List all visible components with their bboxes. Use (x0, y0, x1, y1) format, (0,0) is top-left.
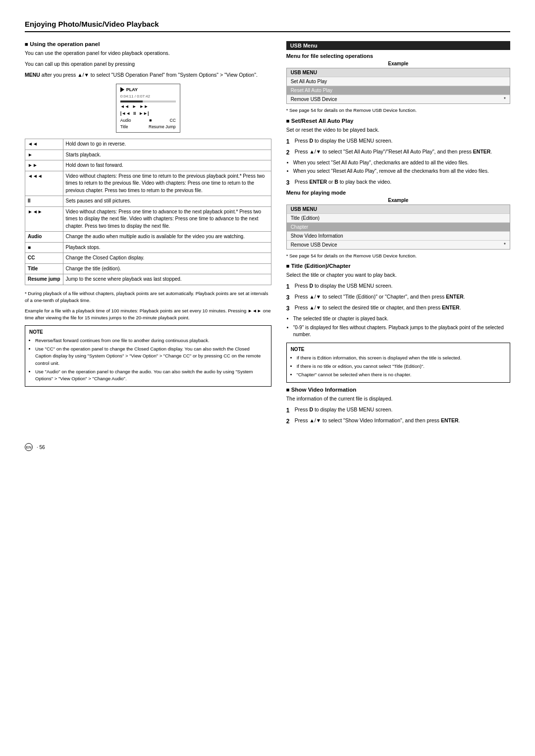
step-number: 1 (286, 282, 292, 291)
table-row: CCChange the Closed Caption display. (25, 253, 271, 264)
menu-row-text: Remove USB Device (291, 242, 337, 248)
control-desc: Sets pauses and still pictures. (63, 196, 271, 207)
file-menu-example: USB MENUSet All Auto PlayReset All Auto … (286, 68, 510, 104)
footnote-playing: * See page 54 for details on the Remove … (286, 252, 510, 259)
table-row: IISets pauses and still pictures. (25, 196, 271, 207)
play-btn[interactable]: ► (132, 104, 137, 109)
list-item: If there is Edition information, this sc… (297, 354, 506, 361)
list-item: When you select "Set All Auto Play", che… (293, 159, 510, 167)
set-reset-desc: Set or reset the video to be played back… (286, 126, 510, 134)
note-title-right: NOTE (291, 346, 506, 353)
control-symbol: Audio (25, 232, 63, 243)
list-item: "Chapter" cannot be selected when there … (297, 371, 506, 378)
step-number: 3 (286, 178, 292, 187)
list-item: Use "Audio" on the operation panel to ch… (35, 368, 267, 383)
play-icon (120, 87, 124, 92)
control-symbol: ►► (25, 160, 63, 171)
control-desc: Starts playback. (63, 150, 271, 160)
list-item: Use "CC" on the operation panel to chang… (35, 346, 267, 367)
menu-example-row: Show Video Information (287, 232, 510, 241)
control-symbol: ►◄► (25, 206, 63, 232)
step-text: Press D to display the USB MENU screen. (295, 282, 393, 291)
list-item: 3Press ▲/▼ to select the desired title o… (286, 304, 510, 313)
panel-time: 0:04:11 / 0:07:42 (120, 94, 176, 99)
panel-controls2: |◄◄ II ►►| (120, 111, 176, 116)
fastforward-btn[interactable]: ►► (140, 104, 149, 109)
table-row: Resume jumpJump to the scene where playb… (25, 274, 271, 285)
para3: MENU after you press ▲/▼ to select "USB … (25, 71, 271, 79)
list-item: 3Press ENTER or B to play back the video… (286, 178, 510, 187)
para3-rest: after you press ▲/▼ to select "USB Opera… (40, 72, 258, 78)
audio-label: Audio (120, 118, 131, 123)
stop-btn[interactable]: ■ (149, 118, 152, 123)
step-number: 2 (286, 148, 292, 157)
progress-bar (120, 101, 176, 102)
set-reset-step3: 3Press ENTER or B to play back the video… (286, 178, 510, 187)
footnote-controls: * During playback of a file without chap… (25, 290, 271, 304)
panel-title: PLAY (126, 87, 138, 92)
menu-example-row: USB MENU (287, 68, 510, 77)
note-box-left: NOTE Reverse/fast forward continues from… (25, 325, 271, 387)
file-example-label: Example (286, 61, 510, 66)
panel-header: PLAY (120, 87, 176, 92)
rewind-btn[interactable]: ◄◄ (120, 104, 129, 109)
control-desc: Change the title (edition). (63, 263, 271, 274)
table-row: TitleChange the title (edition). (25, 263, 271, 274)
table-row: ►►Hold down to fast forward. (25, 160, 271, 171)
left-column: Using the operation panel You can use th… (25, 41, 271, 428)
note-list-left: Reverse/fast forward continues from one … (29, 337, 267, 383)
control-desc: Change the audio when multiple audio is … (63, 232, 271, 243)
menu-example-row: Remove USB Device* (287, 95, 510, 103)
file-section-title: Menu for file selecting operations (286, 53, 510, 59)
control-symbol: II (25, 196, 63, 207)
footnote-example: Example for a file with a playback time … (25, 307, 271, 321)
controls-table: ◄◄Hold down to go in reverse.►Starts pla… (25, 139, 271, 285)
list-item: 3Press ▲/▼ to select "Title (Edition)" o… (286, 293, 510, 302)
table-row: ■Playback stops. (25, 242, 271, 253)
step-text: Press ▲/▼ to select "Set All Auto Play"/… (295, 148, 492, 157)
list-item: 1Press D to display the USB MENU screen. (286, 137, 510, 146)
step-number: 1 (286, 406, 292, 415)
playing-example-label: Example (286, 198, 510, 203)
list-item: 2Press ▲/▼ to select "Show Video Informa… (286, 417, 510, 426)
title-chapter-steps: 1Press D to display the USB MENU screen.… (286, 282, 510, 313)
control-desc: Playback stops. (63, 242, 271, 253)
step-number: 3 (286, 293, 292, 302)
control-symbol: ■ (25, 242, 63, 253)
note-title-left: NOTE (29, 328, 267, 336)
page-title: Enjoying Photo/Music/Video Playback (25, 20, 510, 32)
panel-controls: ◄◄ ► ►► (120, 104, 176, 109)
asterisk-mark: * (504, 242, 506, 248)
show-video-desc: The information of the current file is d… (286, 395, 510, 403)
title-chapter-bullets: The selected title or chapter is played … (286, 315, 510, 339)
menu-example-row: Set All Auto Play (287, 77, 510, 86)
title-label: Title (120, 124, 128, 129)
control-desc: Hold down to go in reverse. (63, 139, 271, 150)
pause-btn[interactable]: II (133, 111, 136, 116)
panel-box: PLAY 0:04:11 / 0:07:42 ◄◄ ► ►► |◄◄ II ► (116, 84, 180, 133)
step-text: Press ▲/▼ to select "Title (Edition)" or… (295, 293, 465, 302)
panel-row2: Title Resume Jump (120, 124, 176, 129)
right-column: USB Menu Menu for file selecting operati… (286, 41, 510, 428)
para2: You can call up this operation panel by … (25, 60, 271, 68)
control-desc: Video without chapters: Press one time t… (63, 171, 271, 196)
progress-fill (120, 101, 143, 102)
show-video-steps: 1Press D to display the USB MENU screen.… (286, 406, 510, 426)
set-reset-bullets: When you select "Set All Auto Play", che… (286, 159, 510, 175)
menu-bold: MENU (25, 72, 40, 78)
step-number: 2 (286, 417, 292, 426)
next-btn[interactable]: ►►| (139, 111, 149, 116)
cc-label: CC (170, 118, 176, 123)
prev-btn[interactable]: |◄◄ (120, 111, 130, 116)
list-item: If there is no title or edition, you can… (297, 363, 506, 370)
show-video-title: Show Video Information (286, 387, 510, 393)
panel-illustration: PLAY 0:04:11 / 0:07:42 ◄◄ ► ►► |◄◄ II ► (25, 84, 271, 133)
page: Enjoying Photo/Music/Video Playback Usin… (0, 0, 535, 756)
using-operation-panel-title: Using the operation panel (25, 41, 271, 47)
step-text: Press ▲/▼ to select "Show Video Informat… (295, 417, 460, 426)
table-row: ►Starts playback. (25, 150, 271, 160)
control-symbol: Resume jump (25, 274, 63, 285)
usb-menu-header: USB Menu (286, 41, 510, 50)
set-reset-steps: 1Press D to display the USB MENU screen.… (286, 137, 510, 157)
list-item: When you select "Reset All Auto Play", r… (293, 168, 510, 175)
